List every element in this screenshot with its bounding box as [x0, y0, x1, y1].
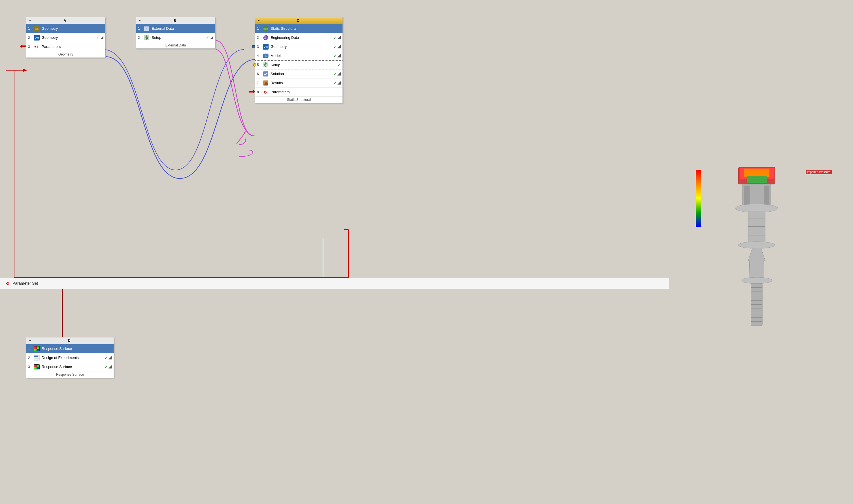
svg-rect-26 — [267, 65, 268, 65]
svg-rect-57 — [34, 367, 37, 369]
block-c-row-8[interactable]: 8 ⟲ Parameters — [255, 88, 343, 96]
dm-icon: DM — [34, 35, 40, 41]
row-num: 8 — [257, 90, 262, 94]
collapse-arrow-b[interactable]: ▼ — [139, 19, 141, 22]
block-a-row-1[interactable]: 1 Geometry — [26, 24, 105, 33]
row-num: 5 — [257, 63, 262, 67]
row-num: 1 — [138, 26, 144, 31]
block-c-row-4[interactable]: 4 Model ✓ — [255, 51, 343, 60]
check-mark: ✓ — [333, 44, 337, 49]
block-c[interactable]: ▼ C 1 ≡≡≡ Static Structural 2 — [255, 17, 343, 103]
collapse-arrow-c[interactable]: ▼ — [257, 19, 260, 22]
corner-triangle — [338, 54, 341, 57]
block-a-header: ▼ A — [26, 17, 105, 24]
port-yellow-c5 — [253, 63, 256, 67]
block-d-row-2[interactable]: 2 Design of Experiments ✓ — [26, 353, 114, 362]
svg-rect-23 — [266, 62, 266, 64]
row-label: Setup — [271, 63, 336, 67]
svg-rect-59 — [696, 170, 701, 227]
ext-data-icon: →| — [144, 25, 150, 32]
block-a[interactable]: ▼ A 1 Geometry 2 DM — [26, 17, 105, 58]
check-mark: ✓ — [105, 365, 108, 369]
collapse-arrow-d[interactable]: ▼ — [29, 339, 32, 342]
block-b[interactable]: ▼ B 1 →| External Data 2 — [136, 17, 215, 49]
svg-rect-55 — [34, 365, 37, 367]
parameter-set-label: Parameter Set — [13, 281, 38, 286]
results-icon — [262, 80, 269, 86]
geometry-icon — [34, 25, 40, 32]
row-num: 6 — [257, 72, 262, 76]
svg-rect-5 — [34, 26, 39, 31]
svg-point-72 — [738, 242, 775, 249]
block-c-row-2[interactable]: 2 Σ Engineering Data ✓ — [255, 33, 343, 42]
svg-rect-29 — [264, 84, 265, 85]
row-label: Model — [271, 54, 332, 58]
row-label: Parameters — [42, 44, 104, 49]
check-mark: ✓ — [333, 54, 337, 58]
row-num: 1 — [28, 26, 34, 31]
block-b-letter: B — [141, 18, 208, 23]
block-b-footer: External Data — [136, 42, 215, 49]
svg-rect-27 — [263, 71, 268, 76]
block-c-row-1[interactable]: 1 ≡≡≡ Static Structural — [255, 24, 343, 33]
dm-icon-c: DM — [262, 43, 269, 50]
row-num: 2 — [28, 36, 34, 40]
block-c-footer: Static Structural — [255, 96, 343, 103]
row-label: External Data — [151, 26, 213, 31]
block-c-row-3[interactable]: 3 DM Geometry ✓ — [255, 42, 343, 51]
corner-triangle — [109, 356, 112, 360]
imported-pressure-label: Imported Pressure — [806, 170, 832, 174]
row-label: Engineering Data — [271, 35, 332, 40]
corner-triangle — [338, 81, 341, 85]
svg-marker-6 — [20, 44, 26, 48]
workflow-area: ▼ A 1 Geometry 2 DM — [0, 0, 669, 504]
block-d-row-1[interactable]: 1 Response Surface — [26, 344, 114, 353]
svg-point-22 — [265, 64, 266, 66]
block-d[interactable]: ▼ D 1 Response Surface — [26, 337, 114, 378]
setup-icon — [144, 35, 150, 41]
block-c-letter: C — [260, 18, 336, 23]
row-num: 2 — [28, 356, 34, 360]
svg-rect-52 — [34, 356, 36, 357]
row-num: 2 — [138, 36, 144, 40]
parameter-set-bar: ⟲ Parameter Set — [0, 277, 669, 289]
svg-rect-65 — [744, 185, 749, 205]
svg-rect-56 — [37, 365, 39, 367]
row-label: Setup — [151, 35, 205, 40]
row-num: 3 — [28, 45, 34, 49]
row-label: Design of Experiments — [42, 356, 104, 360]
svg-rect-45 — [34, 349, 37, 351]
3d-model-preview: Imported Pressure — [687, 153, 835, 351]
row-num: 4 — [257, 54, 262, 58]
block-c-row-6[interactable]: 6 Solution ✓ — [255, 69, 343, 78]
block-c-row-7[interactable]: 7 Results ✓ — [255, 78, 343, 88]
block-d-footer: Response Surface — [26, 372, 114, 378]
check-mark: ✓ — [333, 81, 337, 85]
block-c-header: ▼ C — [255, 17, 343, 24]
3d-model-svg — [687, 153, 829, 346]
block-b-header: ▼ B — [136, 17, 215, 24]
collapse-arrow-a[interactable]: ▼ — [29, 19, 32, 22]
svg-rect-68 — [748, 211, 765, 245]
row-num: 7 — [257, 81, 262, 85]
doe-icon — [34, 355, 40, 361]
row-label: Response Surface — [42, 365, 104, 369]
svg-rect-53 — [36, 356, 38, 357]
row-num: 1 — [28, 347, 34, 351]
svg-rect-30 — [265, 83, 266, 85]
block-b-row-2[interactable]: 2 Setup ✓ — [136, 33, 215, 42]
block-d-letter: D — [32, 339, 107, 343]
block-c-row-5[interactable]: 5 Setup ✓ — [255, 60, 343, 69]
param-set-icon: ⟲ — [6, 281, 13, 286]
svg-rect-44 — [37, 346, 39, 349]
block-b-row-1[interactable]: 1 →| External Data — [136, 24, 215, 33]
corner-triangle — [338, 72, 341, 76]
row-label: Geometry — [42, 26, 104, 31]
svg-rect-43 — [34, 346, 37, 349]
svg-text:Σ: Σ — [264, 36, 266, 39]
row-num: 1 — [257, 26, 262, 31]
block-d-row-3[interactable]: 3 Response Surface ✓ — [26, 362, 114, 372]
response-icon — [34, 346, 40, 352]
block-a-row-3[interactable]: 3 ⟲ Parameters — [26, 42, 105, 51]
block-a-row-2[interactable]: 2 DM Geometry ✓ — [26, 33, 105, 42]
